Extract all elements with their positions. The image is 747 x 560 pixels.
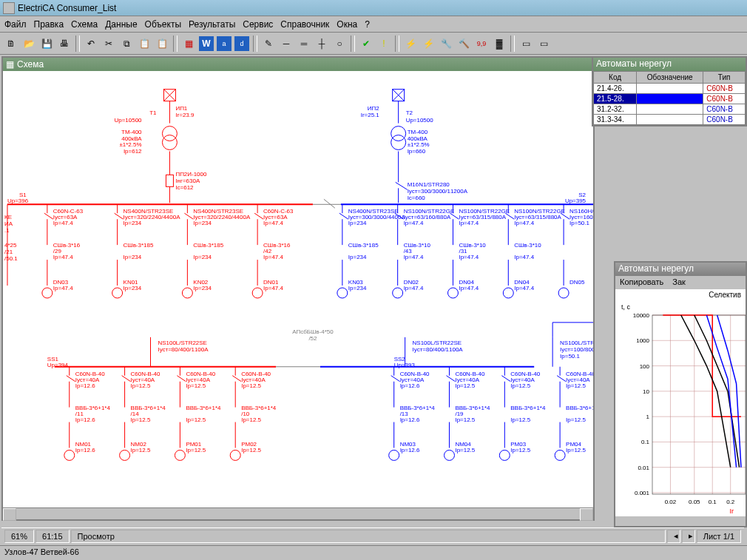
svg-text:Ip=12.6: Ip=12.6 [75,382,95,389]
toolbar-sep [75,36,80,52]
menu-data[interactable]: Данные [105,19,137,30]
svg-text:Ip=12.6: Ip=12.6 [400,382,420,389]
menu-file[interactable]: Файл [4,19,27,30]
tb-bus[interactable]: ═ [296,36,312,52]
tb-cut[interactable]: ✂ [101,36,117,52]
menu-objects[interactable]: Объекты [145,19,182,30]
svg-text:Ip=47.4: Ip=47.4 [514,254,534,260]
tb-word[interactable]: W [198,36,214,52]
table-row[interactable]: 31.3-34.C60N-B [594,115,746,125]
workarea: ▦ Схема T1 Up=10500 ИП1 [0,55,747,545]
tb-grid[interactable]: ▦ [180,36,197,52]
svg-text:Ip=234: Ip=234 [348,285,367,291]
schema-scrollbar-h[interactable] [3,507,593,519]
svg-line-131 [450,213,459,219]
svg-text:Iуст=100/800/1100А: Iуст=100/800/1100А [560,346,593,353]
status-zoom: 61% [4,530,34,543]
menu-service[interactable]: Сервис [243,19,273,30]
status-mode: Просмотр [71,530,666,543]
scroll-right[interactable]: ▸ [682,530,695,543]
tb-open[interactable]: 📂 [21,36,37,52]
bottombar: Узлов-47 Ветвей-66 [0,545,747,560]
svg-text:Up=393: Up=393 [394,362,416,368]
menu-schema[interactable]: Схема [71,19,98,30]
schema-canvas[interactable]: T1 Up=10500 ИП1 Ir=23.9 ТМ-400 400кВА ±1… [3,71,593,507]
tb-paste2[interactable]: 📋 [154,36,170,52]
menu-help[interactable]: ? [365,19,370,30]
tb-tbl-a[interactable]: a [216,36,232,52]
tb-node[interactable]: ○ [331,36,348,52]
schema-window-title[interactable]: ▦ Схема [3,58,593,71]
table-row[interactable]: 21.4-26.C60N-B [594,84,746,94]
single-line-diagram: T1 Up=10500 ИП1 Ir=23.9 ТМ-400 400кВА ±1… [3,71,593,507]
col-type[interactable]: Тип [703,72,746,84]
tb-wire[interactable]: ─ [278,36,294,52]
svg-point-59 [42,288,53,298]
table-row[interactable]: 21.5-28.C60N-B [594,94,746,104]
chart-title[interactable]: Автоматы нерегул [615,263,746,276]
tb-tool[interactable]: 🔧 [438,36,454,52]
svg-line-144 [505,213,514,219]
svg-text:400кВА: 400кВА [121,135,142,142]
menu-windows[interactable]: Окна [337,19,357,30]
tb-print[interactable]: 🖶 [56,36,72,52]
svg-text:/52: /52 [308,335,317,342]
tb-join[interactable]: ┼ [314,36,330,52]
svg-text:ИП1: ИП1 [175,105,187,112]
svg-text:1000: 1000 [636,337,649,344]
menu-edit[interactable]: Правка [34,19,64,30]
chart-copy[interactable]: Копировать [620,277,663,288]
tb-calc2[interactable]: ⚡ [420,36,436,52]
tb-pen[interactable]: ✎ [260,36,277,52]
svg-text:Ip=12.6: Ip=12.6 [75,447,95,453]
tb-paste[interactable]: 📋 [136,36,152,52]
svg-text:Ip=234: Ip=234 [124,220,142,226]
tb-n99[interactable]: 9,9 [473,36,490,52]
svg-text:1: 1 [646,414,650,420]
chart-close[interactable]: Зак [672,277,686,288]
tb-check[interactable]: ✔ [358,36,374,52]
svg-text:Ip=47.4: Ip=47.4 [53,285,73,291]
tb-box2[interactable]: ▭ [535,36,552,52]
svg-text:/50.1: /50.1 [4,255,18,262]
tb-warn[interactable]: ! [376,36,392,52]
svg-text:Ip=12.5: Ip=12.5 [186,416,206,423]
svg-point-134 [447,288,458,298]
svg-text:Ip=12.5: Ip=12.5 [241,382,261,389]
menu-results[interactable]: Результаты [189,19,235,30]
svg-text:Ip=12.5: Ip=12.5 [186,382,206,389]
svg-text:Ir: Ir [730,507,734,515]
col-label[interactable]: Обозначение [637,72,703,84]
breakers-grid-window: Автоматы нерегул Код Обозначение Тип 21.… [592,56,747,126]
svg-text:400кВА: 400кВА [408,135,428,142]
tb-calc[interactable]: ⚡ [402,36,419,52]
tb-undo[interactable]: ↶ [83,36,99,52]
grid-title[interactable]: Автоматы нерегул [593,58,746,71]
svg-text:4*25: 4*25 [4,242,17,249]
svg-text:Ip=612: Ip=612 [124,148,142,155]
svg-text:Ip=12.5: Ip=12.5 [131,447,151,453]
svg-text:±1*2.5%: ±1*2.5% [119,141,141,148]
breakers-table[interactable]: Код Обозначение Тип 21.4-26.C60N-B21.5-2… [593,71,746,125]
app-icon [3,2,15,14]
svg-point-84 [182,288,192,298]
svg-line-212 [177,376,186,382]
svg-text:Ip=12.5: Ip=12.5 [510,447,530,453]
scroll-left[interactable]: ◂ [667,530,680,543]
tb-box1[interactable]: ▭ [518,36,534,52]
bottom-text: Узлов-47 Ветвей-66 [4,547,79,556]
col-code[interactable]: Код [594,72,637,84]
menu-reference[interactable]: Справочник [280,19,329,30]
tb-copy[interactable]: ⧉ [118,36,135,52]
tb-flag[interactable]: ▓ [491,36,507,52]
svg-text:NS100L/STR22SE: NS100L/STR22SE [560,340,593,346]
svg-text:Ip=47.4: Ip=47.4 [459,285,479,291]
svg-text:Ip=47.4: Ip=47.4 [263,254,283,260]
tb-save[interactable]: 💾 [38,36,55,52]
table-row[interactable]: 31.2-32.C60N-B [594,104,746,115]
tb-tbl-d[interactable]: d [234,36,250,52]
tb-new[interactable]: 🗎 [3,36,19,52]
schema-window: ▦ Схема T1 Up=10500 ИП1 [1,56,595,521]
tb-hammer[interactable]: 🔨 [456,36,472,52]
svg-text:10000: 10000 [633,312,650,319]
